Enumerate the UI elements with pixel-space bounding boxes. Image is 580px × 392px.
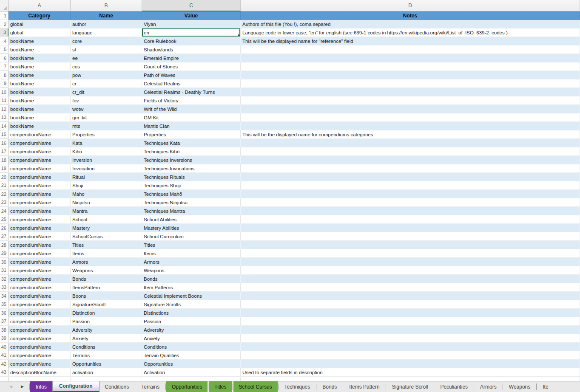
cell-notes[interactable] — [241, 292, 580, 300]
cell-category[interactable]: bookName — [9, 113, 71, 121]
sheet-tab-titles[interactable]: Titles — [209, 381, 232, 392]
column-header-a[interactable]: A — [9, 0, 71, 11]
cell-value[interactable]: Mastery Abilities — [142, 224, 241, 232]
cell-value[interactable]: Techniques Mantra — [142, 207, 241, 215]
cell-value[interactable]: Conditions — [142, 343, 241, 351]
sheet-nav-left-icon[interactable]: ◀ — [9, 385, 12, 389]
cell-value[interactable]: Emerald Empire — [142, 54, 241, 62]
row-header[interactable]: 35 — [0, 300, 9, 308]
cell-notes[interactable] — [241, 232, 580, 240]
cell-category[interactable]: compendiumName — [9, 275, 71, 283]
cell-notes[interactable] — [241, 343, 580, 351]
cell-name[interactable]: cr_dlt — [71, 88, 142, 96]
cell-value[interactable]: Techniques Kata — [142, 139, 241, 147]
cell-name[interactable]: wotw — [71, 105, 142, 113]
cell-category[interactable]: compendiumName — [9, 343, 71, 351]
row-header[interactable]: 42 — [0, 360, 9, 368]
cell-notes[interactable] — [241, 198, 580, 206]
cell-notes[interactable]: Used to separate fields in description — [241, 368, 580, 376]
fill-handle-icon[interactable] — [238, 34, 240, 37]
cell-category[interactable]: compendiumName — [9, 181, 71, 189]
row-header[interactable]: 38 — [0, 326, 9, 334]
cell-value[interactable]: Shadowlands — [142, 45, 241, 54]
cell-name[interactable]: Titles — [71, 241, 142, 249]
cell-notes[interactable] — [241, 113, 580, 121]
cell-name[interactable]: School — [71, 215, 142, 223]
cell-notes[interactable] — [241, 62, 580, 71]
cell-name[interactable]: Kata — [71, 139, 142, 147]
cell-value[interactable]: Techniques Kihõ — [142, 147, 241, 155]
cell-name[interactable]: Items — [71, 249, 142, 257]
row-header[interactable]: 37 — [0, 317, 9, 325]
cell-notes[interactable] — [241, 71, 580, 79]
cell-category[interactable]: compendiumName — [9, 147, 71, 155]
row-header[interactable]: 15 — [0, 130, 9, 138]
cell-name[interactable]: Kiho — [71, 147, 142, 155]
row-header[interactable]: 14 — [0, 122, 9, 130]
cell-notes[interactable] — [241, 173, 580, 181]
cell-notes[interactable] — [241, 326, 580, 334]
cell-name[interactable]: Mastery — [71, 224, 142, 232]
cell-name[interactable]: fov — [71, 96, 142, 104]
cell-value[interactable]: Properties — [142, 130, 241, 138]
row-header[interactable]: 3 — [0, 28, 9, 37]
cell-name[interactable]: Inversion — [71, 156, 142, 164]
cell-category[interactable]: compendiumName — [9, 190, 71, 198]
cell-notes[interactable] — [241, 96, 580, 104]
selected-cell[interactable]: en — [142, 28, 241, 37]
row-header[interactable]: 12 — [0, 105, 9, 113]
cell-name[interactable]: Mantra — [71, 207, 142, 215]
cell-notes[interactable] — [241, 54, 580, 62]
cell-category[interactable]: compendiumName — [9, 241, 71, 249]
row-header[interactable]: 28 — [0, 241, 9, 249]
cell-value[interactable]: Fields of Victory — [142, 96, 241, 104]
cell-name[interactable]: Armors — [71, 258, 142, 266]
sheet-tab-signature-scroll[interactable]: Signature Scroll — [387, 381, 434, 392]
cell-notes[interactable] — [241, 275, 580, 283]
cell-value[interactable]: Mantis Clan — [142, 122, 241, 130]
row-header[interactable]: 7 — [0, 62, 9, 71]
cell-notes[interactable] — [241, 309, 580, 317]
cell-category[interactable]: bookName — [9, 96, 71, 104]
cell-value[interactable]: GM Kit — [142, 113, 241, 121]
cell-name[interactable]: cr — [71, 79, 142, 87]
row-header[interactable]: 41 — [0, 351, 9, 359]
cell-notes[interactable] — [241, 300, 580, 308]
cell-category[interactable]: global — [9, 20, 71, 28]
cell-category[interactable]: compendiumName — [9, 215, 71, 223]
row-header[interactable]: 5 — [0, 45, 9, 54]
cell-value[interactable]: Techniques Mahõ — [142, 190, 241, 198]
cell-notes[interactable] — [241, 224, 580, 232]
cell-category[interactable]: compendiumName — [9, 326, 71, 334]
table-header-value[interactable]: Value — [142, 11, 241, 20]
cell-notes[interactable] — [241, 156, 580, 164]
cell-name[interactable]: Maho — [71, 190, 142, 198]
cell-notes[interactable] — [241, 283, 580, 291]
cell-value[interactable]: Weapons — [142, 266, 241, 274]
row-header[interactable]: 4 — [0, 37, 9, 45]
sheet-tab-school-cursus[interactable]: School Cursus — [233, 381, 278, 392]
cell-notes[interactable]: Authors of this file (You !), coma separ… — [241, 20, 580, 28]
cell-value[interactable]: Armors — [142, 258, 241, 266]
cell-notes[interactable] — [241, 88, 580, 96]
sheet-tab-ite[interactable]: Ite — [537, 381, 554, 392]
cell-name[interactable]: author — [71, 20, 142, 28]
cell-category[interactable]: compendiumName — [9, 156, 71, 164]
row-header[interactable]: 34 — [0, 292, 9, 300]
row-header[interactable]: 19 — [0, 164, 9, 172]
cell-value[interactable]: Bonds — [142, 275, 241, 283]
cell-value[interactable]: Items — [142, 249, 241, 257]
row-header[interactable]: 16 — [0, 139, 9, 147]
cell-notes[interactable] — [241, 351, 580, 359]
cell-notes[interactable] — [241, 147, 580, 155]
cell-name[interactable]: Opportunities — [71, 360, 142, 368]
row-header[interactable]: 30 — [0, 258, 9, 266]
cell-notes[interactable] — [241, 258, 580, 266]
cell-name[interactable]: Anxiety — [71, 334, 142, 342]
cell-name[interactable]: Ninjutsu — [71, 198, 142, 206]
column-header-d[interactable]: D — [241, 0, 580, 11]
table-header-notes[interactable]: Notes — [241, 11, 580, 20]
row-header[interactable]: 2 — [0, 20, 9, 28]
row-header[interactable]: 40 — [0, 343, 9, 351]
cell-category[interactable]: bookName — [9, 105, 71, 113]
